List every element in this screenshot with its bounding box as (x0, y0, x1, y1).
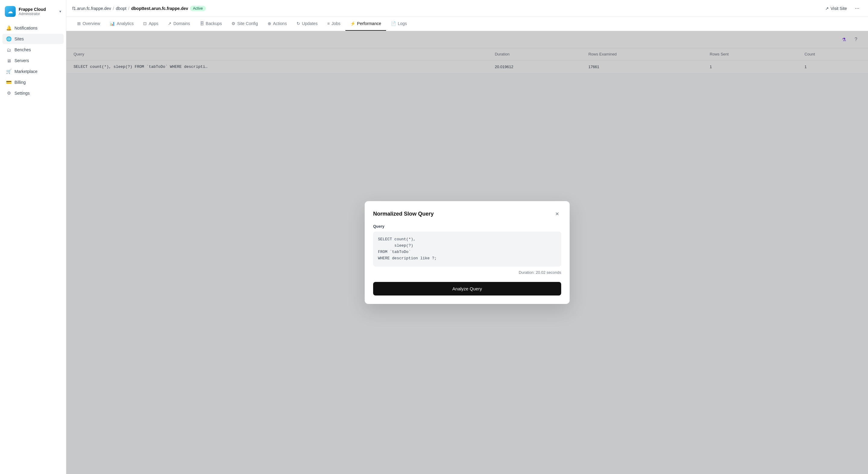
tab-domains[interactable]: ↗ Domains (163, 17, 195, 31)
sidebar-item-label: Settings (14, 91, 30, 96)
sidebar-item-label: Notifications (14, 26, 37, 30)
sidebar-item-settings[interactable]: ⚙ Settings (2, 88, 64, 98)
domains-icon: ↗ (168, 21, 172, 26)
breadcrumb-part1[interactable]: f1.arun.fc.frappe.dev (72, 6, 111, 11)
sidebar-item-benches[interactable]: 🗂 Benches (2, 45, 64, 55)
tab-jobs[interactable]: ≡ Jobs (322, 17, 345, 31)
apps-icon: ⊡ (143, 21, 147, 26)
query-code-text: SELECT count(*), sleep(?) FROM `tabToDo`… (378, 236, 556, 261)
marketplace-icon: 🛒 (6, 69, 11, 74)
sidebar-item-label: Servers (14, 58, 29, 63)
tab-performance[interactable]: ⚡ Performance (345, 17, 386, 31)
app-name: Frappe Cloud (19, 7, 56, 12)
jobs-icon: ≡ (327, 21, 330, 26)
updates-icon: ↻ (297, 21, 300, 26)
notification-icon: 🔔 (6, 25, 11, 31)
modal-header: Normalized Slow Query ✕ (373, 210, 561, 218)
sidebar-item-label: Benches (14, 47, 31, 52)
sidebar-item-notifications[interactable]: 🔔 Notifications (2, 23, 64, 33)
modal-title: Normalized Slow Query (373, 211, 434, 217)
servers-icon: 🖥 (6, 58, 11, 63)
billing-icon: 💳 (6, 80, 11, 85)
tab-analytics[interactable]: 📊 Analytics (105, 17, 138, 31)
more-icon: ··· (855, 5, 859, 11)
sidebar-item-label: Marketplace (14, 69, 37, 74)
status-badge: Active (190, 6, 206, 11)
analyze-query-button[interactable]: Analyze Query (373, 282, 561, 296)
sidebar: ☁ Frappe Cloud Administrator ▾ 🔔 Notific… (0, 0, 66, 474)
tab-backups[interactable]: 🗄 Backups (195, 17, 227, 31)
breadcrumb: f1.arun.fc.frappe.dev / dbopt / dbopttes… (72, 6, 820, 11)
slow-query-modal: Normalized Slow Query ✕ Query SELECT cou… (365, 201, 569, 304)
modal-close-button[interactable]: ✕ (553, 210, 561, 218)
sidebar-item-billing[interactable]: 💳 Billing (2, 77, 64, 87)
sidebar-item-sites[interactable]: 🌐 Sites (2, 34, 64, 44)
tab-overview[interactable]: ⊞ Overview (72, 17, 105, 31)
breadcrumb-current: dbopttest.arun.fc.frappe.dev (131, 6, 188, 11)
tab-navigation: ⊞ Overview 📊 Analytics ⊡ Apps ↗ Domains … (66, 17, 868, 31)
sidebar-header[interactable]: ☁ Frappe Cloud Administrator ▾ (0, 4, 66, 22)
app-logo: ☁ (5, 6, 16, 17)
topbar: f1.arun.fc.frappe.dev / dbopt / dbopttes… (66, 0, 868, 17)
sidebar-item-servers[interactable]: 🖥 Servers (2, 56, 64, 66)
tab-site-config[interactable]: ⚙ Site Config (227, 17, 262, 31)
app-subtitle: Administrator (19, 12, 56, 16)
logs-icon: 📄 (391, 21, 396, 26)
sidebar-item-label: Billing (14, 80, 26, 85)
settings-icon: ⚙ (6, 90, 11, 96)
main-content: f1.arun.fc.frappe.dev / dbopt / dbopttes… (66, 0, 868, 474)
external-link-icon: ↗ (825, 6, 829, 11)
analytics-icon: 📊 (110, 21, 115, 26)
overview-icon: ⊞ (77, 21, 81, 26)
modal-overlay[interactable]: Normalized Slow Query ✕ Query SELECT cou… (66, 31, 868, 474)
tab-updates[interactable]: ↻ Updates (292, 17, 322, 31)
sidebar-nav: 🔔 Notifications 🌐 Sites 🗂 Benches 🖥 Serv… (0, 22, 66, 99)
site-config-icon: ⚙ (231, 21, 236, 26)
breadcrumb-part2[interactable]: dbopt (116, 6, 126, 11)
sidebar-item-label: Sites (14, 36, 24, 41)
chevron-down-icon: ▾ (59, 9, 61, 13)
app-title-group: Frappe Cloud Administrator (19, 7, 56, 16)
actions-icon: ⊕ (268, 21, 271, 26)
breadcrumb-separator-2: / (128, 6, 129, 11)
modal-query-label: Query (373, 224, 561, 229)
benches-icon: 🗂 (6, 47, 11, 53)
more-options-button[interactable]: ··· (852, 4, 862, 13)
visit-site-button[interactable]: ↗ Visit Site (822, 4, 850, 13)
tab-logs[interactable]: 📄 Logs (386, 17, 412, 31)
tab-actions[interactable]: ⊕ Actions (263, 17, 292, 31)
duration-text: Duration: 20.02 seconds (373, 270, 561, 275)
backups-icon: 🗄 (200, 21, 204, 26)
sidebar-item-marketplace[interactable]: 🛒 Marketplace (2, 66, 64, 77)
content-area: ⚗ ? Query Duration Rows Examined Rows Se… (66, 31, 868, 474)
performance-icon: ⚡ (350, 21, 355, 26)
topbar-actions: ↗ Visit Site ··· (822, 4, 862, 13)
tab-apps[interactable]: ⊡ Apps (138, 17, 163, 31)
breadcrumb-separator-1: / (113, 6, 114, 11)
query-code-block: SELECT count(*), sleep(?) FROM `tabToDo`… (373, 232, 561, 266)
sites-icon: 🌐 (6, 36, 11, 41)
